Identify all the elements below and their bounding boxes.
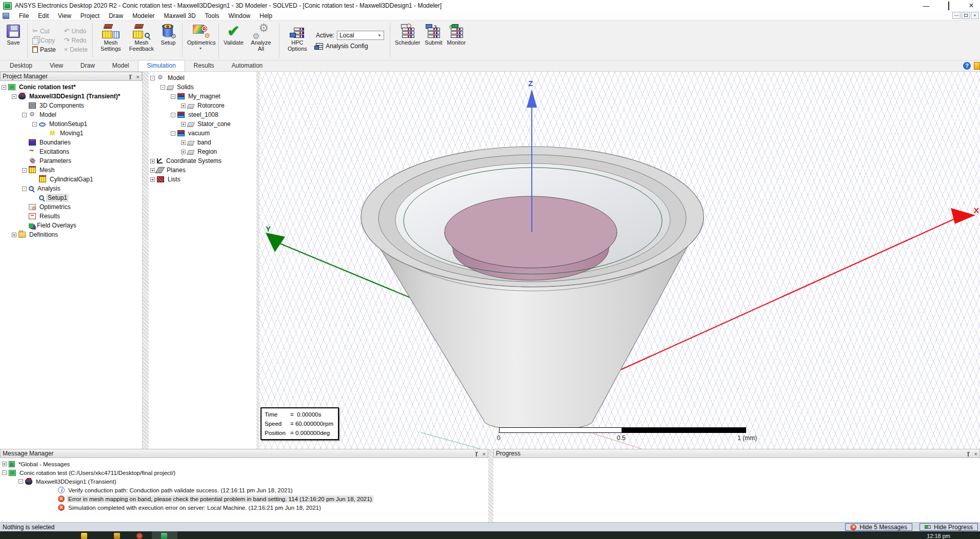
- tree-item-region[interactable]: +Region: [149, 147, 256, 156]
- tree-item-band[interactable]: +band: [149, 138, 256, 147]
- menu-edit[interactable]: Edit: [33, 12, 53, 20]
- expander-icon[interactable]: -: [171, 113, 175, 117]
- tree-item-field-overlays[interactable]: Field Overlays: [0, 221, 142, 230]
- expander-icon[interactable]: -: [2, 470, 7, 475]
- tree-item-model-root[interactable]: -Model: [149, 73, 256, 82]
- tree-item-my-magnet[interactable]: -My_magnet: [149, 92, 256, 101]
- expander-icon[interactable]: [32, 196, 37, 200]
- close-panel-icon[interactable]: ×: [974, 451, 977, 457]
- tree-item-planes[interactable]: +Planes: [149, 165, 256, 175]
- taskbar-app-icon[interactable]: [81, 533, 87, 539]
- expander-icon[interactable]: [22, 140, 27, 145]
- expander-icon[interactable]: +: [181, 103, 186, 108]
- pin-icon[interactable]: [967, 452, 970, 457]
- taskbar-app-icon[interactable]: [136, 533, 143, 539]
- tree-item-rotorcore[interactable]: +Rotorcore: [149, 101, 256, 110]
- expander-icon[interactable]: [22, 103, 27, 108]
- expander-icon[interactable]: -: [171, 94, 175, 99]
- analysis-config-button[interactable]: Analysis Config: [316, 43, 384, 50]
- tree-item-steel-1008[interactable]: -steel_1008: [149, 110, 256, 119]
- tree-item-lists[interactable]: +Lists: [149, 175, 256, 184]
- tree-item-solids[interactable]: -Solids: [149, 82, 256, 92]
- tab-model[interactable]: Model: [104, 60, 138, 71]
- mdi-minimize-button[interactable]: —: [952, 12, 961, 19]
- tab-view[interactable]: View: [41, 60, 72, 71]
- tree-item-definitions[interactable]: +Definitions: [0, 230, 142, 239]
- menu-tools[interactable]: Tools: [201, 12, 224, 20]
- modeler-3d-view[interactable]: Y X Z: [259, 72, 980, 449]
- expander-icon[interactable]: -: [171, 131, 175, 136]
- restore-button[interactable]: [944, 2, 953, 10]
- validate-button[interactable]: ✔ Validate: [222, 22, 246, 59]
- close-panel-icon[interactable]: ×: [483, 451, 486, 457]
- tree-item-design[interactable]: -Maxwell3DDesign1 (Transient)*: [0, 92, 142, 101]
- tree-item-motion-setup[interactable]: -MotionSetup1: [0, 119, 142, 129]
- tree-item-boundaries[interactable]: Boundaries: [0, 138, 142, 147]
- menu-project[interactable]: Project: [76, 12, 104, 20]
- taskbar-app-icon[interactable]: [114, 533, 120, 539]
- expander-icon[interactable]: [32, 177, 37, 182]
- expander-icon[interactable]: -: [12, 94, 16, 99]
- menu-draw[interactable]: Draw: [104, 12, 128, 20]
- menu-help[interactable]: Help: [255, 12, 277, 20]
- tree-item-results[interactable]: Results: [0, 212, 142, 221]
- message-error-row[interactable]: Error in mesh mapping on band, please ch…: [0, 494, 488, 503]
- tree-item-optimetrics[interactable]: Optimetrics: [0, 202, 142, 212]
- tree-item-3d-components[interactable]: 3D Components: [0, 101, 142, 110]
- hide-progress-button[interactable]: Hide Progress: [919, 523, 978, 531]
- panel-splitter[interactable]: [488, 449, 493, 522]
- message-group-design[interactable]: -Maxwell3DDesign1 (Transient): [0, 477, 488, 486]
- expander-icon[interactable]: [22, 214, 27, 219]
- tree-item-vacuum[interactable]: -vacuum: [149, 129, 256, 138]
- expander-icon[interactable]: +: [181, 150, 186, 154]
- expander-icon[interactable]: -: [32, 122, 37, 127]
- expander-icon[interactable]: +: [181, 140, 186, 145]
- taskbar-edt-icon[interactable]: [161, 533, 167, 539]
- expander-icon[interactable]: [22, 150, 27, 154]
- active-machine-select[interactable]: Local▼: [337, 31, 384, 40]
- expander-icon[interactable]: -: [18, 479, 23, 484]
- expander-icon[interactable]: -: [22, 186, 27, 191]
- tab-simulation[interactable]: Simulation: [138, 60, 185, 71]
- tree-item-excitations[interactable]: Excitations: [0, 147, 142, 156]
- submit-button[interactable]: ↴ Submit: [422, 22, 445, 59]
- expander-icon[interactable]: -: [161, 85, 165, 90]
- message-info-row[interactable]: Verify conduction path: Conduction path …: [0, 486, 488, 494]
- tree-item-parameters[interactable]: Parameters: [0, 156, 142, 165]
- menu-window[interactable]: Window: [224, 12, 255, 20]
- hpc-options-button[interactable]: HPC Options: [282, 22, 313, 59]
- menu-modeler[interactable]: Modeler: [128, 12, 159, 20]
- expander-icon[interactable]: +: [150, 159, 155, 163]
- tree-item-stator-cone[interactable]: +Stator_cone: [149, 119, 256, 129]
- tree-item-mesh[interactable]: -Mesh: [0, 165, 142, 175]
- help-icon[interactable]: [963, 62, 971, 70]
- expander-icon[interactable]: [22, 159, 27, 163]
- optimetrics-button[interactable]: ⚙ Optimetrics ▾: [185, 22, 216, 59]
- expander-icon[interactable]: +: [2, 462, 7, 466]
- mdi-close-button[interactable]: ×: [971, 12, 979, 19]
- analyze-all-button[interactable]: ⚙⚙ Analyze All: [246, 22, 276, 59]
- taskbar-clock[interactable]: 12:18 pm: [927, 533, 950, 539]
- expander-icon[interactable]: [22, 223, 27, 228]
- tree-item-analysis[interactable]: -Analysis: [0, 184, 142, 193]
- expander-icon[interactable]: +: [12, 233, 16, 237]
- tab-draw[interactable]: Draw: [72, 60, 104, 71]
- delete-button[interactable]: ×Delete: [64, 45, 88, 54]
- monitor-button[interactable]: ↱ Monitor: [445, 22, 468, 59]
- tree-item-coordinate-systems[interactable]: +Coordinate Systems: [149, 156, 256, 165]
- close-panel-icon[interactable]: ×: [136, 74, 139, 80]
- tree-item-moving1[interactable]: Moving1: [0, 129, 142, 138]
- message-group-project[interactable]: -Conic rotation test (C:/Users/xkc4711/D…: [0, 468, 488, 477]
- menu-view[interactable]: View: [53, 12, 76, 20]
- expander-icon[interactable]: +: [150, 168, 155, 173]
- mesh-feedback-button[interactable]: Mesh Feedback: [126, 22, 157, 59]
- pin-icon[interactable]: [129, 75, 132, 79]
- tab-automation[interactable]: Automation: [223, 60, 272, 71]
- cut-button[interactable]: ✂Cut: [32, 27, 56, 35]
- menu-maxwell3d[interactable]: Maxwell 3D: [159, 12, 201, 20]
- expander-icon[interactable]: [43, 131, 47, 136]
- tree-item-cylindrical-gap[interactable]: CylindricalGap1: [0, 175, 142, 184]
- tree-item-model[interactable]: -Model: [0, 110, 142, 119]
- paste-button[interactable]: Paste: [32, 45, 56, 54]
- close-button[interactable]: ×: [967, 1, 976, 10]
